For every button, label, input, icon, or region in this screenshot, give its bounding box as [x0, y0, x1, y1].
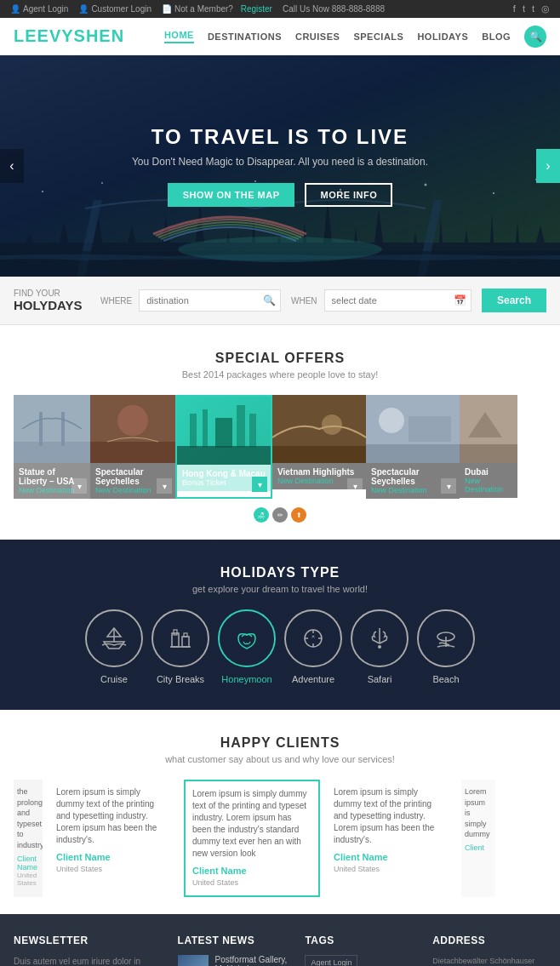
testimonial-2-loc: United States [56, 864, 170, 875]
special-offers-title: SPECIAL OFFERS [14, 351, 546, 366]
indicator-2[interactable]: ✏ [272, 507, 288, 523]
holiday-cruise[interactable]: Cruise [85, 609, 143, 684]
holiday-city-breaks[interactable]: City Breaks [151, 609, 209, 684]
footer-newsletter: Newsletter Duis autem vel eum iriure dol… [14, 935, 164, 966]
svg-rect-21 [237, 405, 245, 448]
nav-blog[interactable]: BLOG [482, 31, 511, 42]
register-link[interactable]: Register [241, 4, 272, 14]
tags-row: Agent Login Customer Login Not a Member … [305, 955, 419, 966]
hero-prev-button[interactable]: ‹ [0, 149, 24, 183]
where-label: Where [100, 296, 132, 306]
holiday-honeymoon[interactable]: Honeymoon [218, 609, 276, 684]
nav-specials[interactable]: SPECIALS [353, 31, 403, 42]
holiday-beach[interactable]: Beach [417, 609, 475, 684]
card-1-image [14, 395, 90, 463]
clients-title: HAPPY CLIENTS [14, 735, 546, 751]
facebook-link[interactable]: f [513, 3, 516, 14]
testimonial-partial-text: the prolong and typeset to industry's. [17, 786, 39, 851]
testimonial-4-loc: United States [334, 864, 448, 875]
indicator-1[interactable]: 🏖 [254, 507, 269, 523]
hero-content: TO TRAVEL IS TO LIVE You Don't Need Magi… [132, 125, 428, 207]
footer-address: Address Dietachbewälter Schönhauser Alle… [432, 935, 546, 966]
card-3[interactable]: Hong Kong & Macau Bonus Ticket ▾ [175, 395, 272, 499]
testimonial-partial-name: Client Name [17, 855, 39, 872]
card-4-image [272, 395, 366, 463]
address-title: Address [432, 935, 546, 946]
find-your-label: FIND YOUR [14, 289, 90, 298]
nav-home[interactable]: HOME [164, 30, 194, 43]
testimonials-row: the prolong and typeset to industry's. C… [14, 780, 546, 897]
search-bar: FIND YOUR HOLYDAYS Where 🔍 When 📅 Search [0, 277, 560, 325]
date-input-wrap: 📅 [324, 289, 471, 312]
cruise-label: Cruise [100, 674, 128, 684]
svg-point-43 [378, 645, 381, 649]
card-2[interactable]: Spectacular Seychelles New Destination ▾ [90, 395, 175, 499]
hero-next-button[interactable]: › [536, 149, 560, 183]
special-offers-subtitle: Best 2014 packages where people love to … [14, 369, 546, 380]
testimonial-2-text: Lorem ipsum is simply dummy text of the … [56, 786, 170, 846]
tumblr-link[interactable]: t [532, 3, 534, 14]
destination-input[interactable] [139, 289, 281, 312]
svg-rect-30 [366, 444, 460, 463]
svg-rect-16 [90, 442, 175, 463]
holiday-adventure[interactable]: Adventure [284, 609, 342, 684]
destination-icon: 🔍 [263, 294, 276, 306]
nav-holidays[interactable]: HOLIDAYS [417, 31, 468, 42]
top-bar: 👤 Agent Login 👤 Customer Login 📄 Not a M… [0, 0, 560, 18]
search-submit-button[interactable]: Search [482, 289, 546, 312]
tag-agent-login[interactable]: Agent Login [305, 955, 357, 966]
adventure-label: Adventure [292, 674, 334, 684]
svg-rect-22 [249, 414, 256, 448]
card-indicators: 🏖 ✏ ⬆ [14, 507, 546, 523]
beach-label: Beach [432, 674, 459, 684]
more-info-button[interactable]: MORE INFO [305, 183, 392, 207]
newsletter-title: Newsletter [14, 935, 164, 946]
card-4-chevron: ▾ [347, 478, 363, 494]
card-1[interactable]: Statue of Liberty – USA New Destination … [14, 395, 90, 499]
card-6-image [460, 395, 517, 463]
card-6-sub: New Destination [465, 477, 512, 494]
not-member: 📄 Not a Member? Register [162, 4, 272, 14]
card-6-info: Dubai New Destination [460, 463, 517, 498]
card-5-chevron: ▾ [441, 478, 456, 494]
card-2-chevron: ▾ [157, 478, 172, 494]
date-input[interactable] [324, 289, 471, 312]
testimonial-3-text: Lorem ipsum is simply dummy text of the … [192, 788, 311, 860]
card-4[interactable]: Vietnam Highlights New Destination ▾ [272, 395, 366, 499]
footer-latest-news: Latest News Postformat Gallery, Multiple… [178, 935, 292, 966]
card-2-image [90, 395, 175, 463]
doc-icon: 📄 [162, 4, 172, 14]
card-5[interactable]: Spectacular Seychelles New Destination ▾ [366, 395, 460, 499]
testimonial-partial-right-name: Client [465, 843, 492, 852]
testimonial-3-loc: United States [192, 877, 311, 889]
holiday-safari[interactable]: Safari [351, 609, 409, 684]
top-bar-left: 👤 Agent Login 👤 Customer Login 📄 Not a M… [10, 4, 385, 14]
holydays-label: HOLYDAYS [14, 298, 90, 312]
card-3-image [177, 397, 271, 465]
card-6-title: Dubai [465, 467, 512, 477]
nav-cruises[interactable]: CRUISES [295, 31, 340, 42]
nav-destinations[interactable]: DESTINATIONS [208, 31, 282, 42]
testimonial-partial-right: Lorem ipsum is simply dummy Client [461, 780, 495, 897]
safari-label: Safari [368, 674, 392, 684]
card-6[interactable]: Dubai New Destination [460, 395, 517, 499]
customer-login-link[interactable]: 👤 Customer Login [78, 4, 151, 14]
latest-news-title: Latest News [178, 935, 292, 946]
instagram-link[interactable]: ◎ [541, 3, 550, 14]
svg-point-15 [117, 405, 148, 436]
svg-rect-34 [182, 637, 189, 647]
svg-rect-13 [14, 442, 90, 463]
search-button[interactable]: 🔍 [524, 26, 546, 48]
indicator-3[interactable]: ⬆ [291, 507, 306, 523]
twitter-link[interactable]: t [523, 3, 525, 14]
agent-login-link[interactable]: 👤 Agent Login [10, 4, 68, 14]
news-text-1: Postformat Gallery, Multiple Images Octo… [215, 955, 292, 966]
show-on-map-button[interactable]: SHOW ON THE MAP [168, 183, 295, 207]
honeymoon-circle [218, 609, 276, 667]
logo-lee: LEE [14, 26, 49, 45]
user-icon2: 👤 [78, 4, 89, 14]
call-us: Call Us Now 888-888-8888 [283, 4, 385, 14]
logo: LEEVYSHEN [14, 26, 124, 46]
svg-rect-12 [61, 412, 65, 446]
destination-input-wrap: 🔍 [139, 289, 281, 312]
